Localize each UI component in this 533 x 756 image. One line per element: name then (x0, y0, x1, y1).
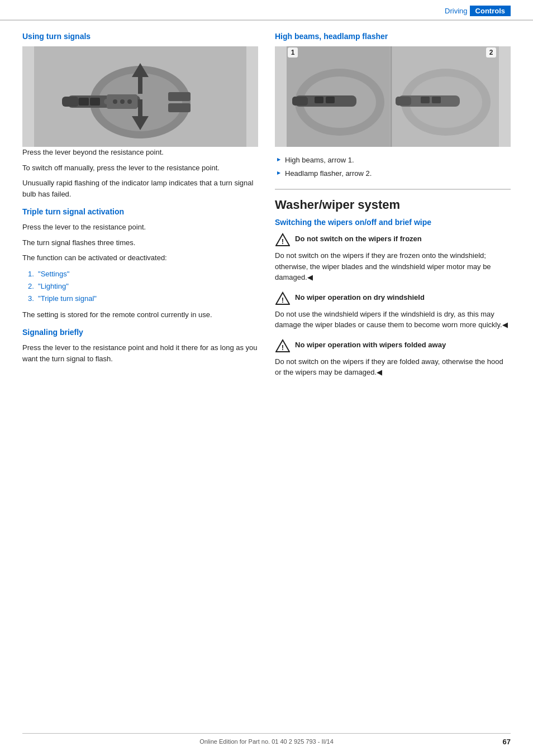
signaling-briefly-section: Signaling briefly Press the lever to the… (22, 328, 258, 364)
turn-signal-image (22, 46, 258, 147)
warning-frozen: ! Do not switch on the wipers if frozen … (275, 232, 511, 283)
list-item-1: 1. "Settings" (28, 268, 258, 280)
warning-icon-2: ! (275, 291, 291, 307)
triple-turn-para3: The function can be activated or deactiv… (22, 252, 258, 264)
svg-point-15 (113, 99, 117, 104)
warning-folded: ! No wiper operation with wipers folded … (275, 338, 511, 378)
svg-rect-24 (315, 97, 323, 103)
svg-rect-12 (168, 92, 191, 101)
warning-dry-title: No wiper operation on dry windshield (295, 291, 425, 302)
triple-turn-section: Triple turn signal activation Press the … (22, 207, 258, 320)
svg-rect-13 (168, 103, 191, 112)
svg-rect-4 (62, 97, 79, 107)
list-item-2: 2. "Lighting" (28, 280, 258, 293)
warning-folded-header: ! No wiper operation with wipers folded … (275, 338, 511, 354)
svg-text:2: 2 (489, 49, 493, 56)
svg-rect-25 (326, 97, 335, 103)
svg-rect-11 (138, 99, 142, 116)
header-controls-label: Controls (470, 6, 511, 16)
warning-icon-1: ! (275, 232, 291, 248)
washer-wiper-section: Washer/wiper system Switching the wipers… (275, 189, 511, 378)
high-beams-bullets: High beams, arrow 1. Headlamp flasher, a… (275, 155, 511, 179)
svg-rect-9 (138, 77, 142, 94)
svg-point-16 (120, 99, 125, 104)
warning-frozen-text: Do not switch on the wipers if they are … (275, 250, 511, 283)
triple-turn-para2: The turn signal flashes three times. (22, 237, 258, 248)
triple-turn-list: 1. "Settings" 2. "Lighting" 3. "Triple t… (22, 268, 258, 305)
signaling-briefly-para1: Press the lever to the resistance point … (22, 342, 258, 364)
svg-rect-5 (79, 98, 89, 106)
warning-folded-title: No wiper operation with wipers folded aw… (295, 338, 446, 349)
signaling-briefly-title: Signaling briefly (22, 328, 258, 337)
list-num-3: 3. "Triple turn signal" (28, 294, 97, 303)
using-turn-signals-title: Using turn signals (22, 32, 258, 41)
left-column: Using turn signals (22, 32, 258, 386)
turn-signal-para3: Unusually rapid flashing of the indicato… (22, 178, 258, 199)
warning-frozen-title: Do not switch on the wipers if frozen (295, 232, 422, 243)
warning-dry-text: Do not use the windshield wipers if the … (275, 309, 511, 331)
high-beams-section: High beams, headlamp flasher (275, 32, 511, 179)
svg-rect-34 (432, 97, 441, 103)
svg-text:!: ! (282, 296, 284, 304)
main-content: Using turn signals (0, 21, 533, 419)
triple-turn-para4: The setting is stored for the remote con… (22, 309, 258, 320)
turn-signal-para1: Press the lever beyond the resistance po… (22, 147, 258, 158)
footer-page: 67 (503, 738, 511, 746)
footer-divider (22, 733, 511, 734)
page-header: Driving Controls (0, 0, 533, 21)
footer-content: Online Edition for Part no. 01 40 2 925 … (22, 738, 511, 745)
washer-wiper-title: Washer/wiper system (275, 189, 511, 212)
svg-rect-6 (90, 98, 100, 106)
warning-dry: ! No wiper operation on dry windshield D… (275, 291, 511, 331)
warning-frozen-header: ! Do not switch on the wipers if frozen (275, 232, 511, 248)
svg-rect-23 (292, 97, 308, 106)
triple-turn-para1: Press the lever to the resistance point. (22, 222, 258, 233)
footer: Online Edition for Part no. 01 40 2 925 … (0, 733, 533, 756)
high-beams-bullet-1: High beams, arrow 1. (277, 155, 511, 166)
warning-folded-text: Do not switch on the wipers if they are … (275, 356, 511, 378)
svg-text:1: 1 (291, 49, 295, 56)
svg-text:!: ! (282, 343, 284, 352)
high-beam-image: 1 2 (275, 46, 511, 147)
warning-icon-3: ! (275, 338, 291, 354)
triple-turn-title: Triple turn signal activation (22, 207, 258, 216)
svg-text:!: ! (282, 237, 284, 246)
right-column: High beams, headlamp flasher (275, 32, 511, 386)
high-beams-title: High beams, headlamp flasher (275, 32, 511, 41)
svg-point-17 (127, 99, 132, 104)
header-driving-label: Driving (445, 7, 467, 15)
switching-wipers-title: Switching the wipers on/off and brief wi… (275, 218, 511, 227)
warning-dry-header: ! No wiper operation on dry windshield (275, 291, 511, 307)
list-item-3: 3. "Triple turn signal" (28, 293, 258, 305)
svg-rect-32 (396, 97, 411, 106)
svg-rect-33 (421, 97, 430, 103)
list-num-2: 2. "Lighting" (28, 282, 69, 290)
high-beams-bullet-2: Headlamp flasher, arrow 2. (277, 168, 511, 179)
turn-signal-para2: To switch off manually, press the lever … (22, 162, 258, 174)
using-turn-signals-section: Using turn signals (22, 32, 258, 199)
list-num-1: 1. "Settings" (28, 270, 69, 278)
footer-text: Online Edition for Part no. 01 40 2 925 … (199, 738, 334, 745)
